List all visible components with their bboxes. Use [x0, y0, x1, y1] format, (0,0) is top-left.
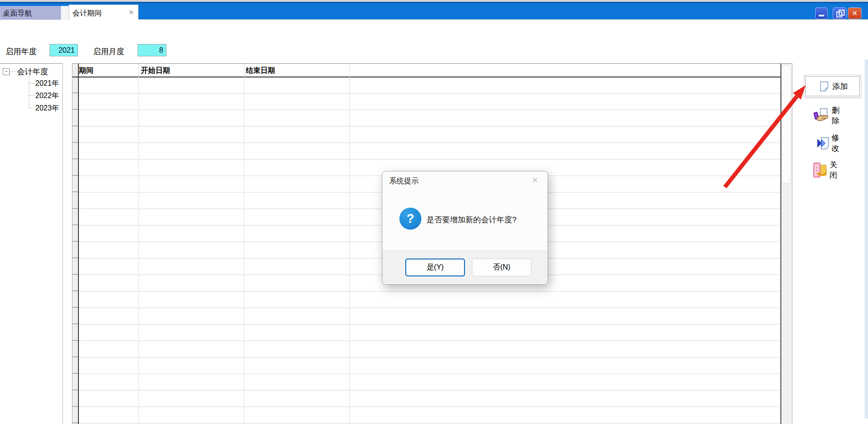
- vertical-scrollbar-thumb[interactable]: [782, 65, 791, 183]
- row-selector-divider: [72, 340, 78, 341]
- start-year-input[interactable]: 2021: [50, 44, 78, 56]
- column-divider: [138, 64, 139, 424]
- modify-button[interactable]: 修改: [817, 132, 839, 154]
- row-selector-divider: [72, 109, 78, 110]
- add-button-label: 添加: [832, 81, 848, 92]
- tree-connector: [29, 76, 29, 108]
- row-selector-divider: [72, 93, 78, 93]
- tree-root-fiscal-year[interactable]: 会计年度: [17, 66, 48, 77]
- tab-gap: [61, 6, 69, 20]
- tree-connector: [29, 95, 35, 96]
- row-selector-divider: [72, 175, 78, 176]
- modify-button-label: 修改: [831, 132, 839, 154]
- dialog-close-icon[interactable]: ✕: [532, 176, 538, 185]
- tree-item-year[interactable]: 2023年: [35, 104, 59, 113]
- modify-document-icon: [817, 137, 829, 150]
- column-divider: [244, 64, 244, 424]
- tab-accounting-period[interactable]: 会计期间 ✕: [69, 5, 138, 20]
- minimize-icon: [818, 15, 824, 17]
- row-selector-divider: [72, 142, 78, 143]
- grid-row-line: [79, 390, 780, 391]
- close-button[interactable]: 关闭: [813, 160, 837, 181]
- tab-desktop-navigation[interactable]: 桌面导航: [0, 6, 61, 20]
- grid-row-line: [79, 159, 780, 160]
- delete-button-label: 删除: [832, 105, 840, 126]
- row-selector-divider: [72, 126, 78, 126]
- column-header-end-date[interactable]: 结束日期: [246, 66, 275, 76]
- yes-button[interactable]: 是(Y): [405, 259, 465, 276]
- close-book-icon: [813, 161, 828, 179]
- add-button[interactable]: 添加: [804, 75, 861, 98]
- row-selector-divider: [72, 192, 78, 192]
- window-close-button[interactable]: ✕: [848, 7, 862, 19]
- grid-row-line: [79, 324, 780, 325]
- row-selector-divider: [72, 406, 78, 407]
- delete-hand-icon: [813, 108, 830, 123]
- tab-label: 会计期间: [72, 9, 102, 17]
- tree-collapse-icon[interactable]: −: [3, 68, 10, 75]
- grid-row-line: [79, 143, 780, 143]
- row-selector-column: [72, 64, 79, 424]
- close-button-label: 关闭: [829, 160, 837, 181]
- question-icon: ?: [399, 208, 421, 230]
- row-selector-divider: [72, 159, 78, 159]
- tab-close-icon[interactable]: ✕: [128, 9, 134, 16]
- start-month-input[interactable]: 8: [138, 44, 166, 56]
- grid-row-line: [79, 374, 780, 374]
- right-edge-strip: [865, 60, 868, 418]
- grid-row-line: [79, 93, 780, 94]
- tree-connector: [29, 83, 35, 83]
- row-selector-divider: [72, 225, 78, 225]
- new-document-icon: [820, 81, 829, 92]
- row-selector-divider: [72, 274, 78, 275]
- minimize-button[interactable]: [815, 7, 828, 19]
- column-header-start-date[interactable]: 开始日期: [141, 66, 170, 76]
- restore-icon: [839, 10, 845, 16]
- row-selector-divider: [72, 373, 78, 374]
- row-selector-divider: [72, 390, 78, 390]
- grid-row-line: [79, 308, 780, 308]
- app-window: ✕ 桌面导航 会计期间 ✕ 启用年度 2021 启用月度 8 − 会计年度 20…: [0, 0, 868, 424]
- row-selector-divider: [72, 324, 78, 324]
- delete-button[interactable]: 删除: [813, 105, 840, 126]
- grid-row-line: [79, 341, 780, 341]
- row-selector-divider: [72, 291, 78, 291]
- header-divider: [72, 77, 781, 77]
- grid-row-line: [79, 126, 780, 127]
- column-header-period[interactable]: 期间: [79, 66, 94, 76]
- row-selector-divider: [72, 241, 78, 242]
- dialog-message: 是否要增加新的会计年度?: [426, 215, 516, 225]
- row-selector-divider: [72, 258, 78, 258]
- no-button[interactable]: 否(N): [472, 259, 531, 276]
- start-month-label: 启用月度: [93, 46, 124, 57]
- restore-button[interactable]: [833, 7, 846, 19]
- start-year-label: 启用年度: [6, 46, 37, 57]
- tree-connector: [10, 71, 17, 72]
- tree-connector: [29, 108, 35, 108]
- grid-row-line: [79, 291, 780, 292]
- grid-row-line: [79, 110, 780, 110]
- row-selector-divider: [72, 307, 78, 308]
- system-prompt-dialog: 系统提示 ✕ ? 是否要增加新的会计年度? 是(Y) 否(N): [382, 171, 548, 285]
- dialog-title: 系统提示: [389, 176, 419, 186]
- row-selector-divider: [72, 208, 78, 209]
- grid-row-line: [79, 357, 780, 358]
- grid-row-line: [79, 407, 780, 407]
- tree-item-year[interactable]: 2022年: [35, 91, 59, 101]
- column-divider: [349, 64, 350, 424]
- row-selector-divider: [72, 423, 78, 423]
- fiscal-year-tree: − 会计年度 2021年2022年2023年: [0, 63, 63, 424]
- tree-item-year[interactable]: 2021年: [35, 79, 59, 88]
- grid-row-line: [79, 423, 780, 424]
- row-selector-divider: [72, 357, 78, 357]
